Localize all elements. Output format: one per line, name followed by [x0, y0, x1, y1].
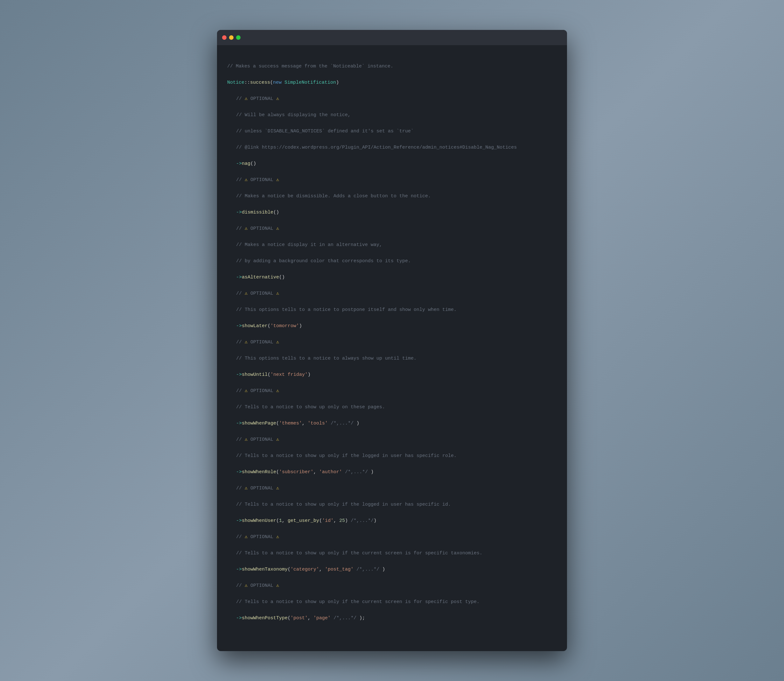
code-line: // unless `DISABLE_NAG_NOTICES` defined …	[227, 127, 557, 136]
code-line: ->showUntil('next friday')	[227, 371, 557, 379]
code-line: ->showWhenUser(1, get_user_by('id', 25) …	[227, 517, 557, 525]
close-button[interactable]	[222, 35, 226, 40]
maximize-button[interactable]	[236, 35, 241, 40]
code-line: // ⚠ OPTIONAL ⚠	[227, 582, 557, 590]
minimize-button[interactable]	[229, 35, 234, 40]
code-line: ->asAlternative()	[227, 273, 557, 282]
code-line: ->showWhenTaxonomy('category', 'post_tag…	[227, 565, 557, 574]
code-line: // @link https://codex.wordpress.org/Plu…	[227, 144, 557, 152]
code-line: // ⚠ OPTIONAL ⚠	[227, 533, 557, 541]
code-line: // Tells to a notice to show up only if …	[227, 549, 557, 557]
code-line: // Tells to a notice to show up only if …	[227, 500, 557, 509]
code-line: // ⚠ OPTIONAL ⚠	[227, 484, 557, 493]
code-line: // This options tells to a notice to pos…	[227, 306, 557, 314]
code-window: // Makes a success message from the `Not…	[217, 30, 567, 651]
window-titlebar	[217, 30, 567, 45]
code-line: // ⚠ OPTIONAL ⚠	[227, 176, 557, 184]
code-line: // ⚠ OPTIONAL ⚠	[227, 436, 557, 444]
code-line: // ⚠ OPTIONAL ⚠	[227, 387, 557, 395]
code-line: // Tells to a notice to show up only on …	[227, 403, 557, 412]
code-line: // ⚠ OPTIONAL ⚠	[227, 338, 557, 347]
code-line: ->showWhenPage('themes', 'tools' /*,...*…	[227, 420, 557, 428]
code-line: // Tells to a notice to show up only if …	[227, 598, 557, 606]
code-editor: // Makes a success message from the `Not…	[217, 45, 567, 651]
code-line: Notice::success(new SimpleNotification)	[227, 79, 557, 87]
code-line: ->nag()	[227, 160, 557, 168]
code-line: ->showWhenPostType('post', 'page' /*,...…	[227, 614, 557, 622]
code-line: // Makes a success message from the `Not…	[227, 62, 557, 71]
code-line: // ⚠ OPTIONAL ⚠	[227, 290, 557, 298]
code-line: ->showLater('tomorrow')	[227, 322, 557, 330]
code-line: // Tells to a notice to show up only if …	[227, 452, 557, 460]
code-line: // Makes a notice display it in an alter…	[227, 241, 557, 249]
code-line: // This options tells to a notice to alw…	[227, 355, 557, 363]
code-line: // Will be always displaying the notice,	[227, 111, 557, 119]
code-line: ->showWhenRole('subscriber', 'author' /*…	[227, 468, 557, 477]
code-line: // Makes a notice be dismissible. Adds a…	[227, 192, 557, 201]
code-line: // ⚠ OPTIONAL ⚠	[227, 95, 557, 103]
code-line: // by adding a background color that cor…	[227, 257, 557, 265]
code-line: // ⚠ OPTIONAL ⚠	[227, 225, 557, 233]
code-line: ->dismissible()	[227, 208, 557, 217]
